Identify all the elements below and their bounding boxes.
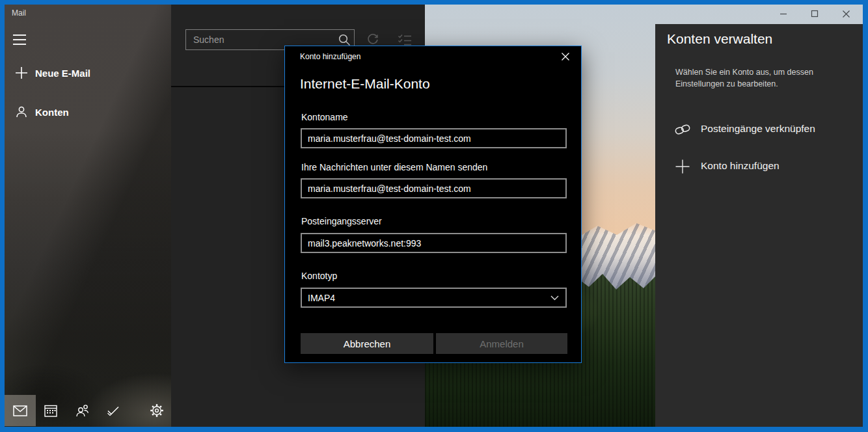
new-mail-label: Neue E-Mail — [35, 68, 90, 79]
dock-mail-button[interactable] — [5, 395, 36, 426]
maximize-button[interactable] — [799, 5, 830, 22]
signin-button[interactable]: Anmelden — [436, 333, 567, 354]
person-icon — [14, 104, 29, 120]
dock-todo-button[interactable] — [98, 395, 129, 426]
chevron-down-icon — [543, 295, 565, 301]
account-name-label: Kontoname — [301, 112, 348, 122]
dock-calendar-button[interactable] — [35, 395, 66, 426]
sidebar-item-accounts[interactable]: Konten — [5, 101, 171, 123]
minimize-button[interactable] — [768, 5, 799, 22]
add-account-item[interactable]: Konto hinzufügen — [655, 155, 863, 179]
plus-icon — [674, 158, 691, 175]
link-inboxes-label: Posteingänge verknüpfen — [701, 123, 815, 135]
dialog-heading: Internet-E-Mail-Konto — [300, 76, 430, 92]
link-icon — [674, 121, 691, 138]
add-account-dialog: Konto hinzufügen Internet-E-Mail-Konto K… — [284, 46, 582, 363]
cancel-button[interactable]: Abbrechen — [301, 333, 433, 354]
calendar-icon — [44, 404, 57, 417]
dialog-title: Konto hinzufügen — [300, 52, 360, 61]
incoming-server-label: Posteingangsserver — [301, 216, 382, 226]
incoming-server-input[interactable] — [301, 233, 567, 253]
mail-icon — [13, 405, 27, 416]
add-account-label: Konto hinzufügen — [701, 160, 780, 172]
dock-settings-button[interactable] — [141, 395, 172, 426]
check-icon — [106, 405, 120, 416]
link-inboxes-item[interactable]: Posteingänge verknüpfen — [655, 118, 863, 142]
panel-description: Wählen Sie ein Konto aus, um dessen Eins… — [675, 66, 828, 90]
sidebar-dock — [5, 395, 171, 426]
hamburger-menu-button[interactable] — [13, 34, 27, 46]
accounts-label: Konten — [35, 107, 69, 118]
search-icon[interactable] — [334, 34, 354, 46]
window-controls — [768, 5, 863, 22]
panel-title: Konten verwalten — [667, 31, 772, 47]
gear-icon — [150, 403, 164, 418]
account-type-label: Kontotyp — [301, 271, 337, 281]
folder-sidebar: Mail Neue E-Mail Konten — [5, 5, 171, 427]
dialog-close-button[interactable] — [556, 48, 575, 65]
new-mail-button[interactable]: Neue E-Mail — [5, 62, 171, 84]
app-title: Mail — [12, 8, 26, 18]
account-type-value: IMAP4 — [302, 293, 543, 303]
send-name-input[interactable] — [301, 178, 567, 198]
account-type-select[interactable]: IMAP4 — [301, 288, 567, 308]
close-window-button[interactable] — [830, 5, 861, 22]
search-input[interactable] — [186, 34, 334, 45]
account-name-input[interactable] — [301, 128, 567, 148]
mail-app-window: Mail Neue E-Mail Konten — [0, 0, 868, 432]
manage-accounts-panel: Konten verwalten Wählen Sie ein Konto au… — [655, 24, 863, 427]
dock-people-button[interactable] — [67, 395, 98, 426]
send-name-label: Ihre Nachrichten unter diesem Namen send… — [301, 162, 487, 172]
plus-icon — [14, 65, 29, 81]
people-icon — [75, 404, 90, 417]
